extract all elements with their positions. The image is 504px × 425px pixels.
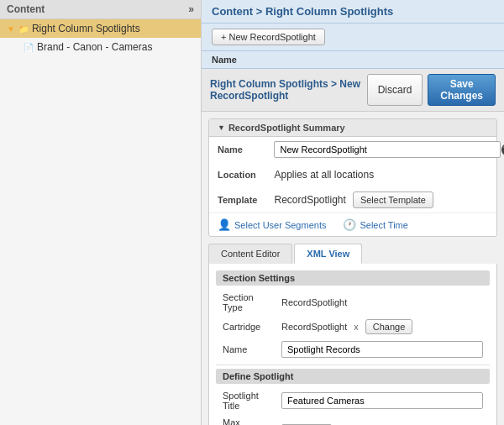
cartridge-cell: RecordSpotlight x Change [275,316,490,338]
section-type-label: Section Type [216,289,275,316]
spotlight-title-cell [275,387,490,414]
save-button[interactable]: Save Changes [428,74,496,106]
name-label: Name [209,137,265,162]
select-segments-link[interactable]: 👤 Select User Segments [218,218,326,231]
left-panel-title: Content [7,3,45,15]
discard-button[interactable]: Discard [367,74,423,106]
triangle-icon: ▼ [218,123,225,132]
tree-item-label: Right Column Spotlights [32,23,140,34]
clock-icon: 🕐 [343,218,356,231]
expand-icon: ▼ [7,24,15,34]
template-row: Template RecordSpotlight Select Template [209,187,504,212]
name-field-label: Name [216,338,275,361]
max-records-label: Max Number Of Records [216,414,275,425]
select-time-link[interactable]: 🕐 Select Time [343,218,407,231]
tab-xml-view[interactable]: XML View [294,244,362,264]
name-field-input[interactable] [281,341,483,358]
location-label: Location [209,162,265,187]
editor-header: Right Column Spotlights > New RecordSpot… [202,69,504,112]
editor-breadcrumb: Right Column Spotlights > New RecordSpot… [210,78,367,102]
inactive-icon: ⚫ [501,143,504,156]
name-input[interactable] [274,141,501,158]
template-value: RecordSpotlight [274,194,345,206]
define-spotlight-title: Define Spotlight [216,369,490,384]
status-row: ⚫ Inactive Activate [501,143,504,156]
cartridge-row-inner: RecordSpotlight x Change [281,319,483,334]
time-label: Select Time [360,220,407,230]
cartridge-change-button[interactable]: Change [365,319,413,334]
select-template-button[interactable]: Select Template [353,192,433,208]
cartridge-remove-button[interactable]: x [350,322,362,332]
spotlight-fields-table: Spotlight Title Max Number Of Records Sp… [216,387,490,425]
breadcrumb-bar: Content > Right Column Spotlights [202,0,504,24]
cartridge-label: Cartridge [216,316,275,338]
section-divider [216,365,490,365]
page-icon: 📄 [24,43,34,52]
editor-actions: Discard Save Changes [367,74,496,106]
max-records-row: Max Number Of Records [216,414,490,425]
section-type-value: RecordSpotlight [275,289,490,316]
left-panel-header: Content » [0,0,201,19]
template-cell: RecordSpotlight Select Template [265,187,504,212]
max-records-cell [275,414,490,425]
tab-content-editor[interactable]: Content Editor [208,244,292,264]
summary-form: Name ⚫ Inactive Activate [209,137,504,212]
tabs-bar: Content Editor XML View [208,244,497,264]
name-cell: ⚫ Inactive Activate [265,137,504,162]
tree-item-brand[interactable]: 📄 Brand - Canon - Cameras [0,38,201,56]
breadcrumb-text: Content > Right Column Spotlights [212,5,393,18]
name-row: Name ⚫ Inactive Activate [209,137,504,162]
tree-item-spotlights[interactable]: ▼ 📁 Right Column Spotlights [0,19,201,38]
user-icon: 👤 [218,218,231,231]
location-row: Location Applies at all locations + Add … [209,162,504,187]
spotlight-title-input[interactable] [281,392,483,409]
section-settings-table: Section Type RecordSpotlight Cartridge R… [216,289,490,361]
template-row-inner: RecordSpotlight Select Template [274,192,504,208]
location-cell: Applies at all locations + Add Location [265,162,504,187]
cartridge-row: Cartridge RecordSpotlight x Change [216,316,490,338]
column-header: Name [202,51,504,69]
segments-row: 👤 Select User Segments 🕐 Select Time [209,212,496,236]
summary-title-text: RecordSpotlight Summary [228,123,345,133]
name-field-cell [275,338,490,361]
new-record-button[interactable]: + New RecordSpotlight [212,29,325,45]
summary-section: ▼ RecordSpotlight Summary Name ⚫ Inactiv… [208,118,497,237]
cartridge-value: RecordSpotlight [281,322,347,332]
name-field-row: Name [216,338,490,361]
folder-icon: 📁 [18,24,29,34]
content-panel: Section Settings Section Type RecordSpot… [208,264,497,425]
location-value: Applies at all locations [274,169,374,181]
spotlight-title-label: Spotlight Title [216,387,275,414]
summary-title: ▼ RecordSpotlight Summary [209,119,496,137]
template-label: Template [209,187,265,212]
right-panel: Content > Right Column Spotlights + New … [202,0,504,425]
spotlight-title-row: Spotlight Title [216,387,490,414]
tree-item-label: Brand - Canon - Cameras [37,41,152,53]
editor-breadcrumb-text: Right Column Spotlights > New RecordSpot… [210,78,360,102]
section-settings-title: Section Settings [216,270,490,286]
collapse-icon[interactable]: » [188,3,194,15]
section-type-row: Section Type RecordSpotlight [216,289,490,316]
segments-label: Select User Segments [234,220,326,230]
location-row-inner: Applies at all locations + Add Location [274,166,504,183]
editor-area: Right Column Spotlights > New RecordSpot… [202,69,504,425]
left-panel: Content » ▼ 📁 Right Column Spotlights 📄 … [0,0,202,425]
